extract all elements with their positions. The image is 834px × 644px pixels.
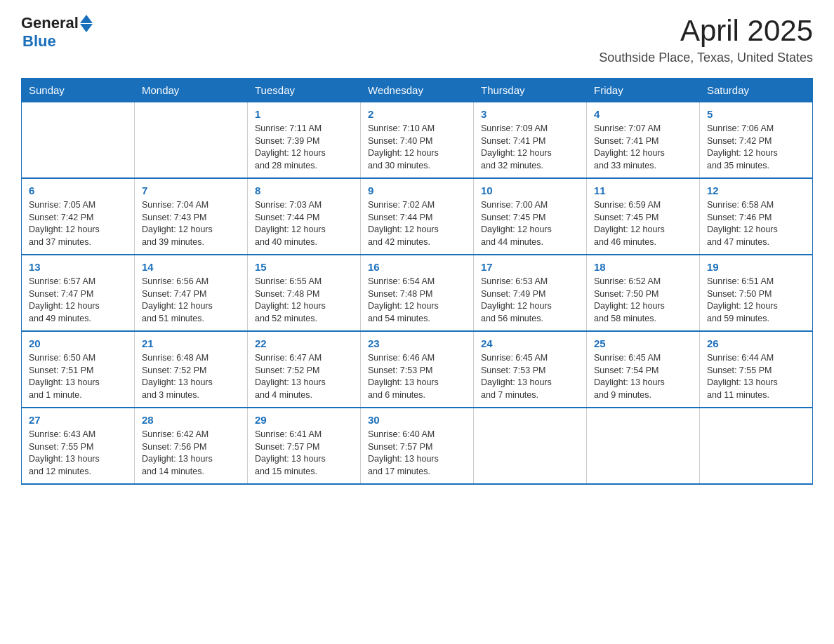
table-row: 4Sunrise: 7:07 AM Sunset: 7:41 PM Daylig… bbox=[587, 102, 700, 179]
day-info: Sunrise: 6:53 AM Sunset: 7:49 PM Dayligh… bbox=[481, 276, 579, 325]
day-info: Sunrise: 6:41 AM Sunset: 7:57 PM Dayligh… bbox=[255, 429, 353, 478]
calendar-week-row: 1Sunrise: 7:11 AM Sunset: 7:39 PM Daylig… bbox=[22, 102, 813, 179]
header-wednesday: Wednesday bbox=[361, 79, 474, 102]
day-info: Sunrise: 6:43 AM Sunset: 7:55 PM Dayligh… bbox=[29, 429, 127, 478]
day-info: Sunrise: 6:59 AM Sunset: 7:45 PM Dayligh… bbox=[594, 199, 692, 248]
day-number: 22 bbox=[255, 337, 353, 349]
table-row: 5Sunrise: 7:06 AM Sunset: 7:42 PM Daylig… bbox=[700, 102, 813, 179]
day-number: 8 bbox=[255, 185, 353, 196]
day-number: 12 bbox=[707, 185, 805, 196]
day-number: 3 bbox=[481, 108, 579, 120]
table-row: 9Sunrise: 7:02 AM Sunset: 7:44 PM Daylig… bbox=[361, 178, 474, 255]
day-number: 28 bbox=[142, 414, 240, 426]
day-number: 26 bbox=[707, 337, 805, 349]
logo-blue-text: Blue bbox=[22, 32, 56, 50]
day-number: 14 bbox=[142, 261, 240, 273]
day-info: Sunrise: 6:54 AM Sunset: 7:48 PM Dayligh… bbox=[368, 276, 466, 325]
table-row: 30Sunrise: 6:40 AM Sunset: 7:57 PM Dayli… bbox=[361, 408, 474, 484]
calendar-week-row: 27Sunrise: 6:43 AM Sunset: 7:55 PM Dayli… bbox=[22, 408, 813, 484]
table-row: 18Sunrise: 6:52 AM Sunset: 7:50 PM Dayli… bbox=[587, 255, 700, 331]
day-info: Sunrise: 6:58 AM Sunset: 7:46 PM Dayligh… bbox=[707, 199, 805, 248]
day-number: 27 bbox=[29, 414, 127, 426]
day-info: Sunrise: 6:51 AM Sunset: 7:50 PM Dayligh… bbox=[707, 276, 805, 325]
calendar-week-row: 20Sunrise: 6:50 AM Sunset: 7:51 PM Dayli… bbox=[22, 331, 813, 408]
day-info: Sunrise: 7:06 AM Sunset: 7:42 PM Dayligh… bbox=[707, 123, 805, 172]
day-number: 16 bbox=[368, 261, 466, 273]
day-info: Sunrise: 6:46 AM Sunset: 7:53 PM Dayligh… bbox=[368, 352, 466, 401]
table-row: 12Sunrise: 6:58 AM Sunset: 7:46 PM Dayli… bbox=[700, 178, 813, 255]
day-info: Sunrise: 7:09 AM Sunset: 7:41 PM Dayligh… bbox=[481, 123, 579, 172]
day-info: Sunrise: 6:40 AM Sunset: 7:57 PM Dayligh… bbox=[368, 429, 466, 478]
table-row: 29Sunrise: 6:41 AM Sunset: 7:57 PM Dayli… bbox=[248, 408, 361, 484]
day-info: Sunrise: 6:48 AM Sunset: 7:52 PM Dayligh… bbox=[142, 352, 240, 401]
day-number: 7 bbox=[142, 185, 240, 196]
day-info: Sunrise: 7:02 AM Sunset: 7:44 PM Dayligh… bbox=[368, 199, 466, 248]
calendar-week-row: 13Sunrise: 6:57 AM Sunset: 7:47 PM Dayli… bbox=[22, 255, 813, 331]
table-row: 24Sunrise: 6:45 AM Sunset: 7:53 PM Dayli… bbox=[474, 331, 587, 408]
table-row: 17Sunrise: 6:53 AM Sunset: 7:49 PM Dayli… bbox=[474, 255, 587, 331]
day-number: 2 bbox=[368, 108, 466, 120]
logo-general-text: General bbox=[21, 14, 79, 32]
day-info: Sunrise: 6:42 AM Sunset: 7:56 PM Dayligh… bbox=[142, 429, 240, 478]
page-header: General Blue April 2025 Southside Place,… bbox=[21, 14, 813, 65]
table-row: 7Sunrise: 7:04 AM Sunset: 7:43 PM Daylig… bbox=[135, 178, 248, 255]
table-row: 15Sunrise: 6:55 AM Sunset: 7:48 PM Dayli… bbox=[248, 255, 361, 331]
table-row: 8Sunrise: 7:03 AM Sunset: 7:44 PM Daylig… bbox=[248, 178, 361, 255]
header-thursday: Thursday bbox=[474, 79, 587, 102]
table-row: 28Sunrise: 6:42 AM Sunset: 7:56 PM Dayli… bbox=[135, 408, 248, 484]
day-info: Sunrise: 7:04 AM Sunset: 7:43 PM Dayligh… bbox=[142, 199, 240, 248]
day-info: Sunrise: 7:00 AM Sunset: 7:45 PM Dayligh… bbox=[481, 199, 579, 248]
table-row: 22Sunrise: 6:47 AM Sunset: 7:52 PM Dayli… bbox=[248, 331, 361, 408]
table-row: 11Sunrise: 6:59 AM Sunset: 7:45 PM Dayli… bbox=[587, 178, 700, 255]
table-row bbox=[474, 408, 587, 484]
table-row: 26Sunrise: 6:44 AM Sunset: 7:55 PM Dayli… bbox=[700, 331, 813, 408]
table-row: 14Sunrise: 6:56 AM Sunset: 7:47 PM Dayli… bbox=[135, 255, 248, 331]
day-number: 1 bbox=[255, 108, 353, 120]
table-row: 19Sunrise: 6:51 AM Sunset: 7:50 PM Dayli… bbox=[700, 255, 813, 331]
calendar-week-row: 6Sunrise: 7:05 AM Sunset: 7:42 PM Daylig… bbox=[22, 178, 813, 255]
table-row bbox=[700, 408, 813, 484]
day-info: Sunrise: 6:56 AM Sunset: 7:47 PM Dayligh… bbox=[142, 276, 240, 325]
table-row bbox=[587, 408, 700, 484]
day-info: Sunrise: 6:50 AM Sunset: 7:51 PM Dayligh… bbox=[29, 352, 127, 401]
day-info: Sunrise: 6:52 AM Sunset: 7:50 PM Dayligh… bbox=[594, 276, 692, 325]
day-number: 13 bbox=[29, 261, 127, 273]
day-number: 21 bbox=[142, 337, 240, 349]
day-info: Sunrise: 7:05 AM Sunset: 7:42 PM Dayligh… bbox=[29, 199, 127, 248]
title-block: April 2025 Southside Place, Texas, Unite… bbox=[599, 14, 813, 65]
logo: General Blue bbox=[21, 14, 93, 51]
day-info: Sunrise: 6:55 AM Sunset: 7:48 PM Dayligh… bbox=[255, 276, 353, 325]
day-info: Sunrise: 6:47 AM Sunset: 7:52 PM Dayligh… bbox=[255, 352, 353, 401]
table-row bbox=[22, 102, 135, 179]
day-info: Sunrise: 7:11 AM Sunset: 7:39 PM Dayligh… bbox=[255, 123, 353, 172]
table-row: 1Sunrise: 7:11 AM Sunset: 7:39 PM Daylig… bbox=[248, 102, 361, 179]
day-number: 6 bbox=[29, 185, 127, 196]
table-row: 2Sunrise: 7:10 AM Sunset: 7:40 PM Daylig… bbox=[361, 102, 474, 179]
table-row: 23Sunrise: 6:46 AM Sunset: 7:53 PM Dayli… bbox=[361, 331, 474, 408]
day-info: Sunrise: 6:45 AM Sunset: 7:54 PM Dayligh… bbox=[594, 352, 692, 401]
location-subtitle: Southside Place, Texas, United States bbox=[599, 51, 813, 65]
day-number: 24 bbox=[481, 337, 579, 349]
day-info: Sunrise: 7:07 AM Sunset: 7:41 PM Dayligh… bbox=[594, 123, 692, 172]
day-number: 17 bbox=[481, 261, 579, 273]
day-number: 30 bbox=[368, 414, 466, 426]
table-row: 21Sunrise: 6:48 AM Sunset: 7:52 PM Dayli… bbox=[135, 331, 248, 408]
table-row: 20Sunrise: 6:50 AM Sunset: 7:51 PM Dayli… bbox=[22, 331, 135, 408]
logo-triangle-up-icon bbox=[80, 15, 93, 23]
table-row bbox=[135, 102, 248, 179]
day-number: 10 bbox=[481, 185, 579, 196]
calendar-header-row: Sunday Monday Tuesday Wednesday Thursday… bbox=[22, 79, 813, 102]
table-row: 27Sunrise: 6:43 AM Sunset: 7:55 PM Dayli… bbox=[22, 408, 135, 484]
day-number: 23 bbox=[368, 337, 466, 349]
day-number: 25 bbox=[594, 337, 692, 349]
table-row: 3Sunrise: 7:09 AM Sunset: 7:41 PM Daylig… bbox=[474, 102, 587, 179]
calendar-table: Sunday Monday Tuesday Wednesday Thursday… bbox=[21, 78, 813, 485]
header-saturday: Saturday bbox=[700, 79, 813, 102]
day-info: Sunrise: 6:57 AM Sunset: 7:47 PM Dayligh… bbox=[29, 276, 127, 325]
header-friday: Friday bbox=[587, 79, 700, 102]
day-number: 18 bbox=[594, 261, 692, 273]
day-number: 4 bbox=[594, 108, 692, 120]
table-row: 10Sunrise: 7:00 AM Sunset: 7:45 PM Dayli… bbox=[474, 178, 587, 255]
day-info: Sunrise: 7:10 AM Sunset: 7:40 PM Dayligh… bbox=[368, 123, 466, 172]
table-row: 25Sunrise: 6:45 AM Sunset: 7:54 PM Dayli… bbox=[587, 331, 700, 408]
